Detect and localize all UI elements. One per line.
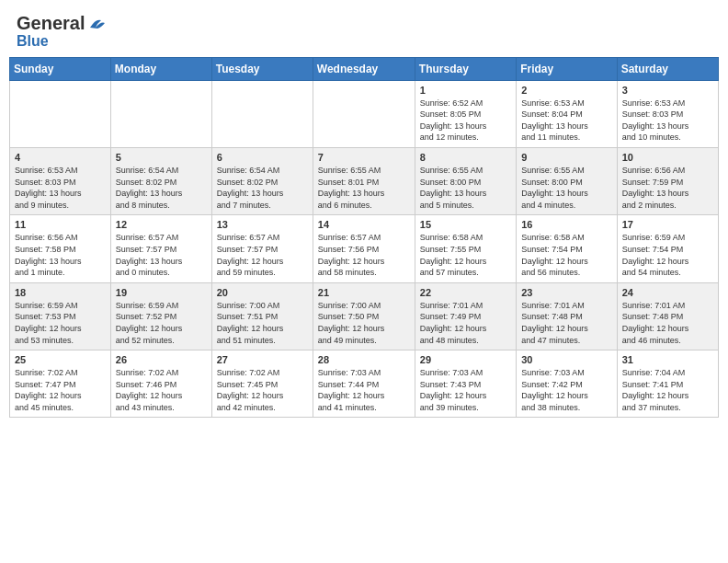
calendar-cell: 26Sunrise: 7:02 AM Sunset: 7:46 PM Dayli… [110,350,211,418]
calendar-cell: 25Sunrise: 7:02 AM Sunset: 7:47 PM Dayli… [10,350,111,418]
day-number: 19 [116,287,207,298]
day-info: Sunrise: 7:03 AM Sunset: 7:44 PM Dayligh… [318,367,410,413]
day-info: Sunrise: 6:56 AM Sunset: 7:59 PM Dayligh… [622,165,713,211]
day-number: 26 [116,354,207,365]
day-number: 13 [217,219,308,230]
calendar-header-row: SundayMondayTuesdayWednesdayThursdayFrid… [10,57,719,80]
weekday-header-thursday: Thursday [415,57,516,80]
day-info: Sunrise: 6:57 AM Sunset: 7:57 PM Dayligh… [116,232,207,278]
day-number: 14 [318,219,410,230]
day-info: Sunrise: 6:53 AM Sunset: 8:03 PM Dayligh… [15,165,106,211]
calendar-cell: 11Sunrise: 6:56 AM Sunset: 7:58 PM Dayli… [10,215,111,282]
calendar-cell: 17Sunrise: 6:59 AM Sunset: 7:54 PM Dayli… [617,215,718,282]
day-info: Sunrise: 7:01 AM Sunset: 7:48 PM Dayligh… [521,300,611,346]
day-info: Sunrise: 6:54 AM Sunset: 8:02 PM Dayligh… [116,165,207,211]
calendar-cell: 20Sunrise: 7:00 AM Sunset: 7:51 PM Dayli… [211,282,313,350]
calendar-cell: 29Sunrise: 7:03 AM Sunset: 7:43 PM Dayli… [415,350,516,418]
day-number: 18 [15,287,106,298]
logo-general: General [17,13,85,33]
calendar-cell: 12Sunrise: 6:57 AM Sunset: 7:57 PM Dayli… [110,215,211,282]
calendar-cell: 8Sunrise: 6:55 AM Sunset: 8:00 PM Daylig… [415,147,516,214]
calendar-cell: 23Sunrise: 7:01 AM Sunset: 7:48 PM Dayli… [517,282,617,350]
calendar-cell: 14Sunrise: 6:57 AM Sunset: 7:56 PM Dayli… [313,215,415,282]
logo-bird [88,17,108,39]
calendar-week-row: 18Sunrise: 6:59 AM Sunset: 7:53 PM Dayli… [10,282,719,350]
weekday-header-friday: Friday [517,57,617,80]
calendar-cell: 7Sunrise: 6:55 AM Sunset: 8:01 PM Daylig… [313,147,415,214]
day-info: Sunrise: 6:59 AM Sunset: 7:52 PM Dayligh… [116,300,207,346]
day-info: Sunrise: 6:58 AM Sunset: 7:54 PM Dayligh… [521,232,611,278]
weekday-header-sunday: Sunday [10,57,111,80]
day-number: 15 [420,219,511,230]
day-info: Sunrise: 6:59 AM Sunset: 7:53 PM Dayligh… [15,300,106,346]
day-info: Sunrise: 6:57 AM Sunset: 7:57 PM Dayligh… [217,232,308,278]
weekday-header-saturday: Saturday [617,57,718,80]
day-info: Sunrise: 6:55 AM Sunset: 8:00 PM Dayligh… [521,165,611,211]
calendar-cell: 27Sunrise: 7:02 AM Sunset: 7:45 PM Dayli… [211,350,313,418]
calendar-week-row: 11Sunrise: 6:56 AM Sunset: 7:58 PM Dayli… [10,215,719,282]
calendar-cell: 9Sunrise: 6:55 AM Sunset: 8:00 PM Daylig… [517,147,617,214]
day-number: 21 [318,287,410,298]
calendar-cell: 3Sunrise: 6:53 AM Sunset: 8:03 PM Daylig… [617,80,718,147]
calendar-cell: 2Sunrise: 6:53 AM Sunset: 8:04 PM Daylig… [517,80,617,147]
day-info: Sunrise: 7:03 AM Sunset: 7:42 PM Dayligh… [521,367,611,413]
calendar-week-row: 1Sunrise: 6:52 AM Sunset: 8:05 PM Daylig… [10,80,719,147]
day-number: 8 [420,152,511,163]
day-number: 11 [15,219,106,230]
calendar-cell: 16Sunrise: 6:58 AM Sunset: 7:54 PM Dayli… [517,215,617,282]
weekday-header-tuesday: Tuesday [211,57,313,80]
day-info: Sunrise: 7:02 AM Sunset: 7:46 PM Dayligh… [116,367,207,413]
day-info: Sunrise: 7:02 AM Sunset: 7:45 PM Dayligh… [217,367,308,413]
day-info: Sunrise: 6:52 AM Sunset: 8:05 PM Dayligh… [420,98,511,144]
day-number: 9 [521,152,611,163]
day-info: Sunrise: 7:04 AM Sunset: 7:41 PM Dayligh… [622,367,713,413]
day-info: Sunrise: 7:01 AM Sunset: 7:49 PM Dayligh… [420,300,511,346]
day-number: 6 [217,152,308,163]
calendar-cell: 24Sunrise: 7:01 AM Sunset: 7:48 PM Dayli… [617,282,718,350]
day-info: Sunrise: 6:58 AM Sunset: 7:55 PM Dayligh… [420,232,511,278]
day-number: 25 [15,354,106,365]
day-number: 5 [116,152,207,163]
calendar-cell: 5Sunrise: 6:54 AM Sunset: 8:02 PM Daylig… [110,147,211,214]
day-info: Sunrise: 6:53 AM Sunset: 8:04 PM Dayligh… [521,98,611,144]
calendar-cell: 18Sunrise: 6:59 AM Sunset: 7:53 PM Dayli… [10,282,111,350]
logo-container: General Blue [17,13,108,50]
day-number: 28 [318,354,410,365]
day-number: 4 [15,152,106,163]
day-number: 27 [217,354,308,365]
day-info: Sunrise: 6:57 AM Sunset: 7:56 PM Dayligh… [318,232,410,278]
calendar-cell [110,80,211,147]
day-number: 12 [116,219,207,230]
calendar-cell: 30Sunrise: 7:03 AM Sunset: 7:42 PM Dayli… [517,350,617,418]
calendar-cell: 15Sunrise: 6:58 AM Sunset: 7:55 PM Dayli… [415,215,516,282]
weekday-header-monday: Monday [110,57,211,80]
logo-text-area: General Blue [17,13,85,50]
day-number: 30 [521,354,611,365]
day-number: 10 [622,152,713,163]
calendar-cell: 1Sunrise: 6:52 AM Sunset: 8:05 PM Daylig… [415,80,516,147]
day-info: Sunrise: 6:59 AM Sunset: 7:54 PM Dayligh… [622,232,713,278]
day-number: 2 [521,85,611,96]
day-number: 3 [622,85,713,96]
day-number: 17 [622,219,713,230]
calendar-cell: 19Sunrise: 6:59 AM Sunset: 7:52 PM Dayli… [110,282,211,350]
logo: General Blue [17,13,108,50]
day-number: 7 [318,152,410,163]
day-info: Sunrise: 6:54 AM Sunset: 8:02 PM Dayligh… [217,165,308,211]
day-info: Sunrise: 6:55 AM Sunset: 8:01 PM Dayligh… [318,165,410,211]
calendar-cell: 21Sunrise: 7:00 AM Sunset: 7:50 PM Dayli… [313,282,415,350]
day-info: Sunrise: 7:02 AM Sunset: 7:47 PM Dayligh… [15,367,106,413]
day-number: 16 [521,219,611,230]
day-number: 29 [420,354,511,365]
calendar-cell: 6Sunrise: 6:54 AM Sunset: 8:02 PM Daylig… [211,147,313,214]
weekday-header-wednesday: Wednesday [313,57,415,80]
calendar-cell: 13Sunrise: 6:57 AM Sunset: 7:57 PM Dayli… [211,215,313,282]
page-header: General Blue [9,9,719,52]
calendar-cell [211,80,313,147]
day-info: Sunrise: 7:03 AM Sunset: 7:43 PM Dayligh… [420,367,511,413]
day-info: Sunrise: 7:00 AM Sunset: 7:51 PM Dayligh… [217,300,308,346]
day-number: 23 [521,287,611,298]
calendar-cell [10,80,111,147]
calendar-table: SundayMondayTuesdayWednesdayThursdayFrid… [9,57,719,419]
calendar-week-row: 4Sunrise: 6:53 AM Sunset: 8:03 PM Daylig… [10,147,719,214]
